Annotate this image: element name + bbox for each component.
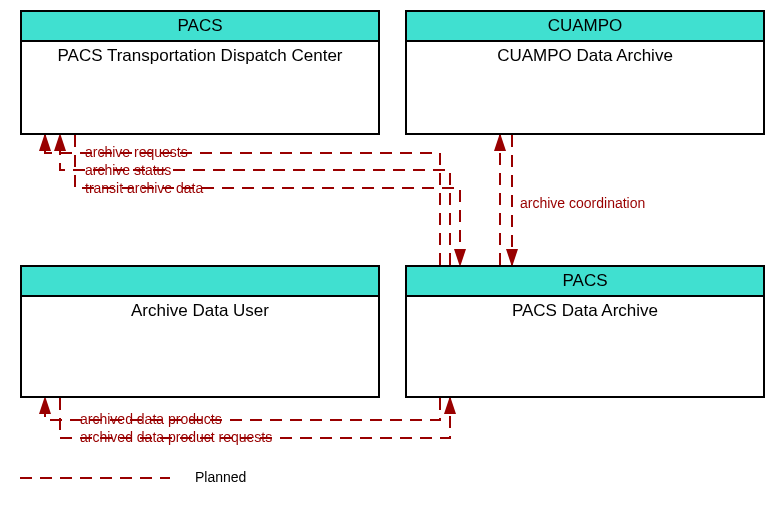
node-title: CUAMPO Data Archive (407, 42, 763, 70)
node-header (22, 267, 378, 297)
node-pacs-data-archive: PACS PACS Data Archive (405, 265, 765, 398)
flow-label-archive-coordination: archive coordination (520, 195, 645, 211)
node-title: PACS Transportation Dispatch Center (22, 42, 378, 70)
flow-label-archived-data-products: archived data products (80, 411, 222, 427)
node-title: Archive Data User (22, 297, 378, 325)
node-header: PACS (407, 267, 763, 297)
node-cuampo-archive: CUAMPO CUAMPO Data Archive (405, 10, 765, 135)
node-title: PACS Data Archive (407, 297, 763, 325)
node-archive-data-user: Archive Data User (20, 265, 380, 398)
flow-label-archive-requests: archive requests (85, 144, 188, 160)
flow-label-archived-data-product-requests: archived data product requests (80, 429, 272, 445)
node-header: PACS (22, 12, 378, 42)
node-header: CUAMPO (407, 12, 763, 42)
legend-planned-label: Planned (195, 469, 246, 485)
node-pacs-dispatch: PACS PACS Transportation Dispatch Center (20, 10, 380, 135)
flow-label-archive-status: archive status (85, 162, 171, 178)
flow-label-transit-archive-data: transit archive data (85, 180, 203, 196)
